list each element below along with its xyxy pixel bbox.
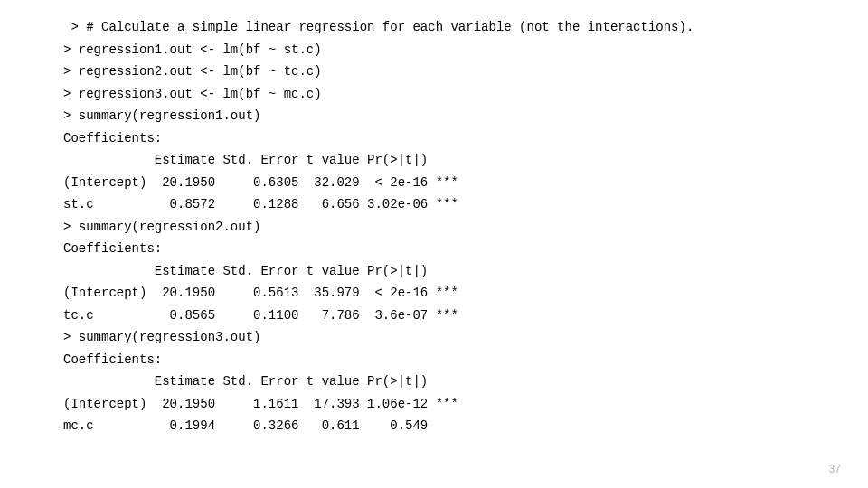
table-row: tc.c 0.8565 0.1100 7.786 3.6e-07 *** (63, 305, 832, 327)
table-row: mc.c 0.1994 0.3266 0.611 0.549 (63, 415, 832, 437)
table-row: (Intercept) 20.1950 0.6305 32.029 < 2e-1… (63, 172, 832, 194)
output-line: Coefficients: (63, 349, 832, 371)
table-header: Estimate Std. Error t value Pr(>|t|) (63, 371, 832, 393)
code-line: > summary(regression3.out) (63, 326, 832, 349)
page-number: 37 (829, 460, 841, 479)
table-header: Estimate Std. Error t value Pr(>|t|) (63, 260, 832, 283)
code-line: > # Calculate a simple linear regression… (63, 16, 832, 39)
code-line: > regression1.out <- lm(bf ~ st.c) (63, 39, 832, 61)
table-row: (Intercept) 20.1950 0.5613 35.979 < 2e-1… (63, 282, 832, 305)
code-line: > summary(regression1.out) (63, 105, 832, 127)
code-line: > summary(regression2.out) (63, 216, 832, 239)
code-line: > regression3.out <- lm(bf ~ mc.c) (63, 83, 832, 106)
table-row: (Intercept) 20.1950 1.1611 17.393 1.06e-… (63, 393, 832, 416)
table-header: Estimate Std. Error t value Pr(>|t|) (63, 149, 832, 172)
slide-page: > # Calculate a simple linear regression… (0, 0, 868, 488)
output-line: Coefficients: (63, 127, 832, 150)
table-row: st.c 0.8572 0.1288 6.656 3.02e-06 *** (63, 193, 832, 216)
output-line: Coefficients: (63, 238, 832, 260)
code-line: > regression2.out <- lm(bf ~ tc.c) (63, 61, 832, 83)
